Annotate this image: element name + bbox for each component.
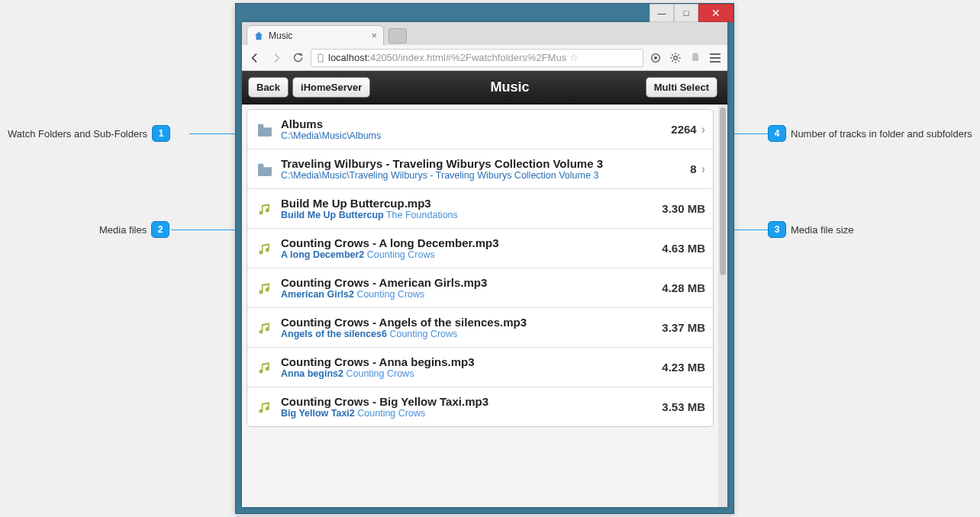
folder-icon — [255, 162, 275, 176]
file-meta: American Girls2 Counting Crows — [281, 289, 656, 300]
back-button[interactable]: Back — [248, 77, 289, 98]
file-size: 3.30 MB — [662, 202, 705, 215]
tab-title: Music — [269, 31, 371, 41]
folder-icon — [255, 123, 275, 136]
file-row[interactable]: Counting Crows - American Girls.mp3 Amer… — [247, 268, 713, 308]
window-minimize-button[interactable]: — — [650, 4, 674, 22]
menu-button[interactable] — [708, 50, 723, 66]
file-size: 4.63 MB — [662, 242, 705, 255]
app-viewport: Back iHomeServer Music Multi Select Albu… — [242, 71, 727, 507]
file-size: 4.23 MB — [662, 361, 705, 374]
folder-row[interactable]: Albums C:\Media\Music\Albums 2264 › — [247, 110, 713, 149]
android-icon[interactable] — [688, 50, 703, 66]
file-row[interactable]: Counting Crows - A long December.mp3 A l… — [247, 229, 713, 268]
browser-chrome: Music × localhost:42050/index.html#%2Fwa… — [242, 22, 727, 507]
callout-3-text: Media file size — [791, 224, 853, 236]
tab-strip: Music × — [242, 22, 727, 45]
target-icon[interactable] — [648, 50, 663, 66]
file-size: 4.28 MB — [662, 281, 705, 294]
file-size: 3.37 MB — [662, 321, 705, 334]
url-input[interactable]: localhost:42050/index.html#%2Fwatchfolde… — [311, 49, 643, 67]
ihomeserver-button[interactable]: iHomeServer — [292, 77, 370, 98]
folder-title: Traveling Wilburys - Traveling Wiburys C… — [281, 157, 684, 170]
callout-3: 3 Media file size — [768, 221, 853, 238]
folder-count: 2264 — [671, 123, 696, 136]
tab-favicon-icon — [253, 31, 264, 41]
svg-rect-5 — [692, 56, 698, 61]
callout-1: Watch Folders and Sub-Folders 1 — [8, 125, 170, 142]
list-card: Albums C:\Media\Music\Albums 2264 › Trav… — [247, 109, 714, 427]
list-scroll-area[interactable]: Albums C:\Media\Music\Albums 2264 › Trav… — [242, 104, 718, 507]
callout-bubble-4: 4 — [768, 125, 786, 142]
music-file-icon — [255, 201, 275, 217]
new-tab-button[interactable] — [388, 28, 407, 43]
file-name: Counting Crows - Big Yellow Taxi.mp3 — [281, 395, 656, 408]
folder-row[interactable]: Traveling Wilburys - Traveling Wiburys C… — [247, 149, 713, 189]
music-file-icon — [255, 320, 275, 336]
music-file-icon — [255, 240, 275, 257]
bookmark-star-icon[interactable]: ☆ — [569, 52, 579, 63]
window-maximize-button[interactable]: □ — [674, 4, 698, 22]
nav-back-button[interactable] — [247, 50, 263, 66]
file-name: Counting Crows - A long December.mp3 — [281, 236, 656, 249]
gear-icon[interactable] — [668, 50, 683, 66]
file-meta: Build Me Up Buttercup The Foundations — [281, 210, 656, 220]
file-name: Counting Crows - American Girls.mp3 — [281, 276, 656, 289]
file-meta: Big Yellow Taxi2 Counting Crows — [281, 408, 656, 419]
svg-point-3 — [654, 56, 657, 59]
svg-point-4 — [674, 56, 678, 59]
nav-forward-button[interactable] — [268, 50, 285, 66]
svg-rect-8 — [258, 124, 263, 127]
file-size: 3.53 MB — [662, 400, 705, 413]
folder-count: 8 — [690, 162, 696, 175]
file-name: Counting Crows - Angels of the silences.… — [281, 316, 656, 329]
file-name: Counting Crows - Anna begins.mp3 — [281, 355, 656, 368]
file-name: Build Me Up Buttercup.mp3 — [281, 197, 656, 210]
callout-bubble-2: 2 — [151, 221, 169, 238]
folder-path: C:\Media\Music\Traveling Wilburys - Trav… — [281, 170, 684, 181]
browser-window: — □ ✕ Music × — [235, 3, 734, 514]
callout-bubble-3: 3 — [768, 221, 786, 238]
callout-2-text: Media files — [99, 224, 147, 236]
chevron-right-icon: › — [701, 123, 705, 136]
app-header: Back iHomeServer Music Multi Select — [242, 71, 727, 104]
browser-tab[interactable]: Music × — [247, 25, 384, 45]
scrollbar-thumb[interactable] — [720, 108, 726, 275]
file-meta: A long December2 Counting Crows — [281, 249, 656, 260]
url-host-text: localhost: — [328, 52, 370, 63]
music-file-icon — [255, 359, 275, 376]
file-row[interactable]: Build Me Up Buttercup.mp3 Build Me Up Bu… — [247, 189, 713, 229]
file-row[interactable]: Counting Crows - Anna begins.mp3 Anna be… — [247, 348, 713, 387]
music-file-icon — [255, 280, 275, 297]
page-icon — [316, 53, 325, 63]
callout-bubble-1: 1 — [152, 125, 170, 142]
tab-close-icon[interactable]: × — [371, 30, 377, 41]
chevron-right-icon: › — [701, 162, 705, 176]
folder-path: C:\Media\Music\Albums — [281, 130, 665, 141]
window-close-button[interactable]: ✕ — [698, 4, 733, 22]
address-bar: localhost:42050/index.html#%2Fwatchfolde… — [242, 45, 727, 71]
page-title: Music — [374, 79, 645, 95]
callout-1-text: Watch Folders and Sub-Folders — [8, 128, 147, 140]
multiselect-button[interactable]: Multi Select — [646, 77, 717, 98]
svg-marker-0 — [255, 31, 263, 40]
callout-4-text: Number of tracks in folder and subfolder… — [791, 128, 972, 140]
callout-4: 4 Number of tracks in folder and subfold… — [768, 125, 972, 142]
file-row[interactable]: Counting Crows - Angels of the silences.… — [247, 308, 713, 348]
file-row[interactable]: Counting Crows - Big Yellow Taxi.mp3 Big… — [247, 387, 713, 426]
nav-reload-button[interactable] — [289, 50, 306, 66]
music-file-icon — [255, 399, 275, 416]
file-meta: Anna begins2 Counting Crows — [281, 368, 656, 379]
url-path-text: 42050/index.html#%2Fwatchfolders%2FMus — [370, 52, 566, 63]
svg-rect-9 — [258, 163, 263, 166]
folder-title: Albums — [281, 117, 665, 130]
hamburger-icon — [710, 53, 720, 63]
file-meta: Angels of the silences6 Counting Crows — [281, 329, 656, 339]
callout-2: Media files 2 — [99, 221, 169, 238]
window-titlebar[interactable]: — □ ✕ — [236, 4, 733, 22]
